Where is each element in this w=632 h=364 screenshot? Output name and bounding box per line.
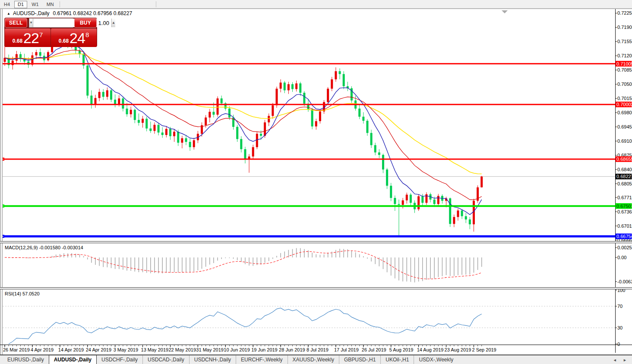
- macd-axis-label: 0.002574: [617, 245, 632, 250]
- timeframe-button-h4[interactable]: H4: [0, 1, 13, 8]
- candle-body: [134, 110, 136, 120]
- axis-tick-label: 0.68050: [617, 181, 632, 186]
- candle-body: [358, 109, 360, 117]
- candle-body: [315, 121, 317, 126]
- date-label: 3 May 2019: [114, 347, 138, 352]
- timeframe-button-mn[interactable]: MN: [43, 1, 57, 8]
- candle-body: [189, 142, 191, 147]
- candle-body: [260, 134, 262, 136]
- candle-body: [272, 105, 274, 116]
- axis-tick-label: 0.71200: [617, 53, 632, 58]
- candle-body: [169, 129, 171, 136]
- date-label: 23 Aug 2019: [445, 347, 471, 352]
- candle-body: [449, 198, 451, 224]
- date-label: 22 May 2019: [168, 347, 196, 352]
- candle-body: [122, 98, 124, 109]
- candle-body: [319, 111, 321, 121]
- candle-body: [153, 125, 155, 131]
- candle-body: [473, 201, 475, 224]
- candle-body: [382, 155, 384, 169]
- chart-tab-usdcaddaily[interactable]: USDCAD-,Daily: [142, 355, 189, 364]
- tab-scroll-arrows[interactable]: ◄ ►: [613, 358, 629, 362]
- chart-background: [0, 9, 632, 355]
- date-label: 17 Jul 2019: [334, 347, 359, 352]
- volume-increase-icon[interactable]: ▲: [112, 19, 115, 27]
- date-label: 26 Mar 2019: [3, 347, 30, 352]
- macd-axis-label: -0.006326: [617, 279, 632, 284]
- date-label: 31 May 2019: [196, 347, 224, 352]
- candle-body: [39, 52, 41, 56]
- chart-tab-usdxweekly[interactable]: USDX-,Weekly: [414, 355, 458, 364]
- timeframe-button-w1[interactable]: W1: [28, 1, 42, 8]
- axis-tick-label: 0.67010: [617, 223, 632, 229]
- candle-body: [149, 129, 152, 131]
- candle-body: [142, 119, 144, 122]
- collapse-panel-icon[interactable]: ▲: [7, 12, 10, 16]
- candle-body: [102, 92, 104, 97]
- axis-tick-label: 0.69800: [617, 110, 632, 115]
- candle-body: [275, 89, 278, 106]
- ohlc-values: 0.67961 0.68242 0.67956 0.68227: [53, 10, 133, 16]
- candle-body: [390, 186, 392, 198]
- candle-body: [343, 74, 345, 86]
- candle-body: [406, 195, 408, 200]
- date-label: 24 Apr 2019: [86, 347, 111, 352]
- candle-body: [465, 216, 467, 220]
- candle-body: [126, 109, 128, 114]
- volume-spinner: ▼ ▲: [29, 18, 73, 28]
- candle-body: [335, 71, 337, 79]
- price-level-tag-text: 0.67501: [616, 204, 632, 209]
- candle-body: [158, 125, 160, 132]
- macd-axis-label: 0.00: [617, 255, 626, 260]
- sell-price-button[interactable]: 0.68 22 7: [5, 28, 51, 47]
- candle-body: [256, 134, 258, 147]
- chart-canvas[interactable]: 0.722500.719000.715500.712000.708500.705…: [0, 0, 632, 364]
- candle-body: [94, 98, 96, 104]
- candle-body: [398, 204, 400, 205]
- axis-tick-label: 0.71900: [617, 25, 632, 30]
- chart-tab-audusddaily[interactable]: AUDUSD-,Daily: [49, 355, 97, 364]
- chart-tab-xauusdweekly[interactable]: XAUUSD-,Weekly: [288, 355, 339, 364]
- current-price-tag-text: 0.68227: [616, 174, 632, 179]
- pane-splitter[interactable]: [0, 288, 632, 289]
- candle-body: [480, 176, 483, 187]
- sell-price-small: 0.68: [13, 38, 22, 44]
- sell-button[interactable]: SELL: [5, 18, 27, 28]
- axis-tick-label: 0.72250: [617, 10, 632, 16]
- candle-body: [114, 100, 116, 104]
- candle-body: [217, 98, 219, 115]
- candle-body: [86, 66, 88, 96]
- timeframe-button-d1[interactable]: D1: [14, 1, 27, 8]
- candle-body: [16, 54, 18, 61]
- candle-body: [193, 140, 195, 147]
- candle-body: [98, 92, 101, 98]
- volume-decrease-icon[interactable]: ▼: [29, 19, 33, 27]
- candle-body: [236, 127, 238, 139]
- buy-price-sup: 8: [85, 31, 89, 38]
- candle-body: [268, 116, 270, 122]
- candle-body: [299, 83, 301, 93]
- chart-tab-eurusddaily[interactable]: EURUSD-,Daily: [3, 355, 49, 364]
- rsi-axis-label: 30: [617, 325, 623, 330]
- candle-body: [181, 138, 183, 142]
- candle-body: [469, 220, 471, 224]
- chart-tab-gbpusdh1[interactable]: GBPUSD-,H1: [339, 355, 380, 364]
- date-label: 5 Aug 2019: [389, 347, 414, 352]
- candle-body: [331, 79, 333, 89]
- pane-splitter[interactable]: [0, 242, 632, 243]
- candle-body: [437, 196, 439, 204]
- buy-price-small: 0.68: [59, 38, 69, 44]
- volume-input[interactable]: [33, 19, 112, 27]
- chart-tab-ukoilh1[interactable]: UKOil-,H1: [380, 355, 414, 364]
- candle-body: [362, 117, 364, 121]
- chart-tab-usdchfdaily[interactable]: USDCHF-,Daily: [97, 355, 142, 364]
- chart-tab-bar: EURUSD-,DailyAUDUSD-,DailyUSDCHF-,DailyU…: [0, 355, 632, 364]
- date-label: 13 May 2019: [141, 347, 169, 352]
- buy-price-button[interactable]: 0.68 24 8: [51, 28, 97, 47]
- candle-body: [421, 196, 423, 203]
- chart-tab-eurchfweekly[interactable]: EURCHF-,Weekly: [236, 355, 287, 364]
- buy-button[interactable]: BUY: [74, 18, 97, 28]
- trading-platform-window: H4D1W1MN 0.722500.719000.715500.712000.7…: [0, 0, 632, 364]
- candle-body: [221, 98, 223, 103]
- chart-tab-usdcnhdaily[interactable]: USDCNH-,Daily: [189, 355, 236, 364]
